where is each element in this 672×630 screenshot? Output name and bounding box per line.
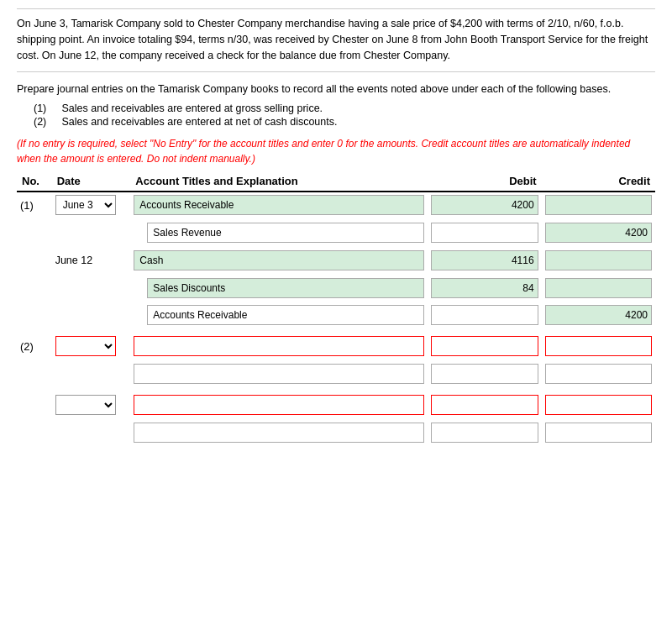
col-header-date: Date [52,171,131,192]
section2-label: (2) [17,333,52,359]
date-cell-s2-1: June 3 June 8 June 12 [52,333,131,359]
debit-input-5[interactable] [431,305,538,325]
debit-cell-2 [428,221,541,244]
account-input-s2-2[interactable] [134,364,424,384]
debit-input-1[interactable] [431,195,538,215]
credit-cell-2 [542,221,655,244]
credit-cell-4 [542,276,655,300]
debit-cell-1 [428,192,541,218]
debit-cell-5 [428,303,541,327]
table-row [17,303,655,327]
account-input-3[interactable] [134,250,424,270]
account-cell-5 [130,303,428,327]
account-cell-s2-1 [130,333,428,359]
journal-table: No. Date Account Titles and Explanation … [17,171,655,444]
credit-cell-s2-1 [542,333,655,359]
credit-input-3[interactable] [545,250,652,270]
debit-input-4[interactable] [431,278,538,298]
credit-cell-5 [542,303,655,327]
problem-description: On June 3, Tamarisk Company sold to Ches… [17,16,655,63]
credit-cell-3 [542,248,655,273]
debit-input-s2-2[interactable] [431,364,538,384]
divider-1 [17,71,655,72]
account-cell-2 [130,221,428,244]
debit-input-2[interactable] [431,223,538,243]
table-row: June 3 June 8 June 12 [17,392,655,417]
date-select-s2-3[interactable]: June 3 June 8 June 12 [55,395,116,415]
account-input-s2-4[interactable] [134,423,424,443]
account-input-2[interactable] [147,223,424,243]
credit-cell-s2-3 [542,392,655,417]
debit-cell-4 [428,276,541,300]
col-header-credit: Credit [542,171,655,192]
debit-cell-s2-1 [428,333,541,359]
debit-input-3[interactable] [431,250,538,270]
spacer [17,386,655,392]
account-cell-s2-3 [130,392,428,417]
instruction-2: (2) Sales and receivables are entered at… [34,116,655,128]
table-row: June 12 [17,248,655,273]
date-select-june3[interactable]: June 3 June 8 June 12 [55,195,116,215]
credit-input-s2-4[interactable] [545,423,652,443]
credit-input-4[interactable] [545,278,652,298]
col-header-debit: Debit [428,171,541,192]
credit-input-2[interactable] [545,223,652,243]
debit-cell-s2-2 [428,362,541,386]
col-header-account: Account Titles and Explanation [130,171,428,192]
debit-cell-s2-3 [428,392,541,417]
instruction-1: (1) Sales and receivables are entered at… [34,102,655,114]
debit-input-s2-1[interactable] [431,336,538,356]
section1-label: (1) [17,192,52,218]
debit-input-s2-4[interactable] [431,423,538,443]
credit-cell-s2-4 [542,421,655,444]
table-row: (2) June 3 June 8 June 12 [17,333,655,359]
table-row: (1) June 3 June 8 June 12 [17,192,655,218]
table-row [17,276,655,300]
credit-cell-s2-2 [542,362,655,386]
account-input-4[interactable] [147,278,424,298]
col-header-no: No. [17,171,52,192]
date-select-s2-1[interactable]: June 3 June 8 June 12 [55,336,116,356]
account-input-5[interactable] [147,305,424,325]
debit-cell-3 [428,248,541,273]
credit-input-5[interactable] [545,305,652,325]
account-input-s2-1[interactable] [134,336,424,356]
account-cell-s2-4 [130,421,428,444]
date-cell-2: June 12 [52,248,131,273]
credit-input-s2-2[interactable] [545,364,652,384]
credit-cell-1 [542,192,655,218]
account-cell-s2-2 [130,362,428,386]
date-cell-1: June 3 June 8 June 12 [52,192,131,218]
account-cell-1 [130,192,428,218]
table-row [17,362,655,386]
credit-input-s2-1[interactable] [545,336,652,356]
instruction-intro: Prepare journal entries on the Tamarisk … [17,81,655,97]
credit-input-s2-3[interactable] [545,395,652,415]
warning-text: (If no entry is required, select "No Ent… [17,136,655,166]
account-cell-4 [130,276,428,300]
account-cell-3 [130,248,428,273]
account-input-s2-3[interactable] [134,395,424,415]
debit-input-s2-3[interactable] [431,395,538,415]
spacer [17,327,655,333]
debit-cell-s2-4 [428,421,541,444]
table-row [17,421,655,444]
date-cell-s2-3: June 3 June 8 June 12 [52,392,131,417]
table-row [17,221,655,244]
account-input-1[interactable] [134,195,424,215]
credit-input-1[interactable] [545,195,652,215]
